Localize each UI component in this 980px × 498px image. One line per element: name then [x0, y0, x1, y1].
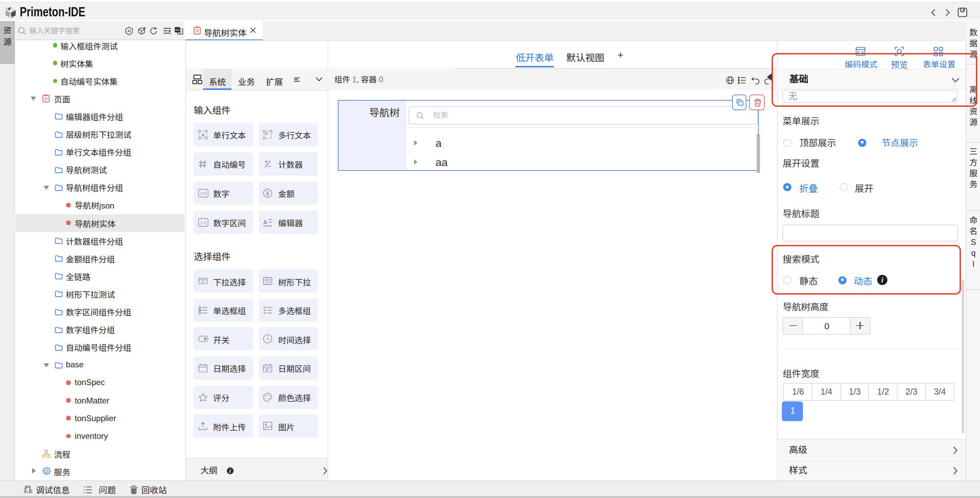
svg-text:A: A [265, 131, 268, 136]
svg-text:123: 123 [200, 191, 206, 195]
svg-text:En: En [176, 28, 180, 32]
svg-text:AI: AI [128, 29, 131, 33]
svg-text:A: A [264, 219, 268, 225]
svg-text:1~3: 1~3 [200, 221, 206, 225]
svg-text:A: A [201, 132, 205, 138]
